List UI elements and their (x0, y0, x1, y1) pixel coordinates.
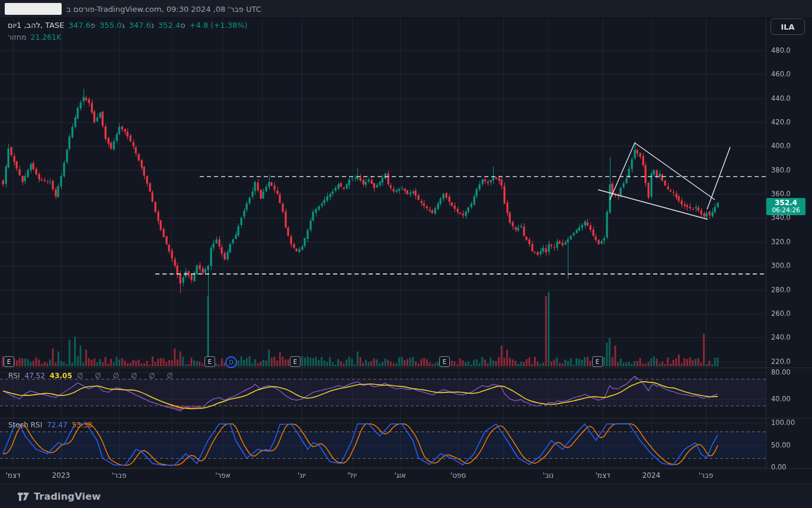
price-axis-label: 360.0 (771, 190, 791, 198)
stoch-d-value: 53.38 (72, 421, 92, 429)
published-suffix: UTC (244, 5, 261, 14)
high-value: 355.0 (100, 21, 122, 30)
time-axis-label: 'פבר (688, 471, 724, 480)
low-value: 347.6 (129, 21, 151, 30)
earnings-marker[interactable]: E (4, 356, 14, 367)
rsi-legend[interactable]: RSI 47.52 43.05 ∅ ∅ ∅ ∅ ∅ ∅ (8, 372, 178, 380)
time-axis-label: 'נוב (530, 471, 566, 480)
earnings-marker[interactable]: E (592, 356, 603, 367)
close-key: ס (180, 21, 185, 30)
price-axis-label: 460.0 (771, 70, 791, 78)
volume-legend: מחזור 21.261K (8, 33, 61, 41)
published-prefix: פורסם ב (66, 5, 95, 14)
rsi-ma-value: 43.05 (50, 372, 72, 380)
rsi-axis-label: 80.00 (771, 368, 791, 376)
low-key: נ (151, 21, 154, 30)
stoch-axis-label: 100.00 (771, 418, 795, 427)
rsi-null-values: ∅ ∅ ∅ ∅ ∅ ∅ (77, 372, 178, 380)
price-axis-label: 340.0 (771, 213, 791, 222)
stoch-rsi-legend[interactable]: Stoch RSI 72.47 53.38 (8, 421, 92, 429)
rsi-axis-label: 40.00 (771, 395, 791, 403)
stoch-rsi-name: Stoch RSI (8, 421, 42, 429)
volume-value: 21.261K (30, 33, 61, 41)
time-axis-label: 'יונ (284, 471, 319, 480)
price-axis-label: 480.0 (771, 46, 791, 55)
time-axis-label: 2023 (43, 471, 79, 480)
stoch-axis-label: 0.00 (771, 463, 787, 471)
symbol-title[interactable]: להב, 1יום, TASE (8, 21, 65, 30)
time-axis-label: 'ספט (440, 471, 476, 480)
price-axis-label: 220.0 (771, 357, 791, 366)
bar-countdown: 06:24:26 (766, 207, 805, 213)
published-month: 'פבר (228, 5, 244, 14)
chart-canvas[interactable] (0, 0, 812, 508)
time-axis-label: 'יול (334, 471, 370, 480)
earnings-marker[interactable]: E (204, 356, 215, 367)
earnings-marker[interactable]: E (290, 356, 300, 367)
price-axis-label: 320.0 (771, 238, 791, 246)
time-axis-label: 'אפר (205, 471, 241, 480)
redacted-username (5, 3, 62, 15)
earnings-marker[interactable]: E (439, 356, 450, 367)
footer-bar: TradingView (0, 484, 812, 508)
last-price-label: 352.4 06:24:26 (766, 198, 805, 215)
dividend-marker[interactable]: D (225, 356, 237, 368)
top-bar: פורסם ב-TradingView.com, 09:30 2024 ,08 … (0, 0, 812, 18)
stoch-k-value: 72.47 (47, 421, 67, 429)
price-axis-label: 440.0 (771, 94, 791, 103)
price-axis-label: 380.0 (771, 166, 791, 174)
high-key: ג (122, 21, 124, 30)
time-axis-label: 'פבר (101, 471, 137, 480)
time-axis-label: 'דצמ (585, 471, 621, 480)
time-axis-label: 'אוג (382, 471, 418, 480)
price-axis-label: 300.0 (771, 261, 791, 270)
tradingview-logo-icon[interactable] (18, 492, 29, 501)
rsi-name: RSI (8, 372, 20, 380)
tradingview-brand-text[interactable]: TradingView (34, 491, 101, 502)
price-axis-label: 400.0 (771, 142, 791, 150)
volume-label: מחזור (8, 33, 26, 41)
price-axis-label: 240.0 (771, 333, 791, 341)
symbol-legend: להב, 1יום, TASE פ347.6 ג355.0 נ347.6 ס35… (8, 21, 248, 30)
tradingview-chart-page: פורסם ב-TradingView.com, 09:30 2024 ,08 … (0, 0, 812, 508)
price-axis-label: 280.0 (771, 286, 791, 294)
published-site: -TradingView.com, 09:30 2024 ,08 (95, 5, 228, 14)
time-axis-label: 2024 (634, 471, 669, 480)
change-value: +4.8 (+1.38%) (190, 21, 248, 30)
stoch-axis-label: 50.00 (771, 441, 791, 449)
close-value: 352.4 (158, 21, 180, 30)
open-key: פ (91, 21, 95, 30)
time-axis-label: 'דצמ (0, 471, 31, 480)
open-value: 347.6 (69, 21, 91, 30)
price-axis-label: 420.0 (771, 118, 791, 126)
rsi-value: 47.52 (25, 372, 45, 380)
price-axis-label: 260.0 (771, 309, 791, 318)
symbol-button[interactable]: ILA (771, 18, 805, 35)
